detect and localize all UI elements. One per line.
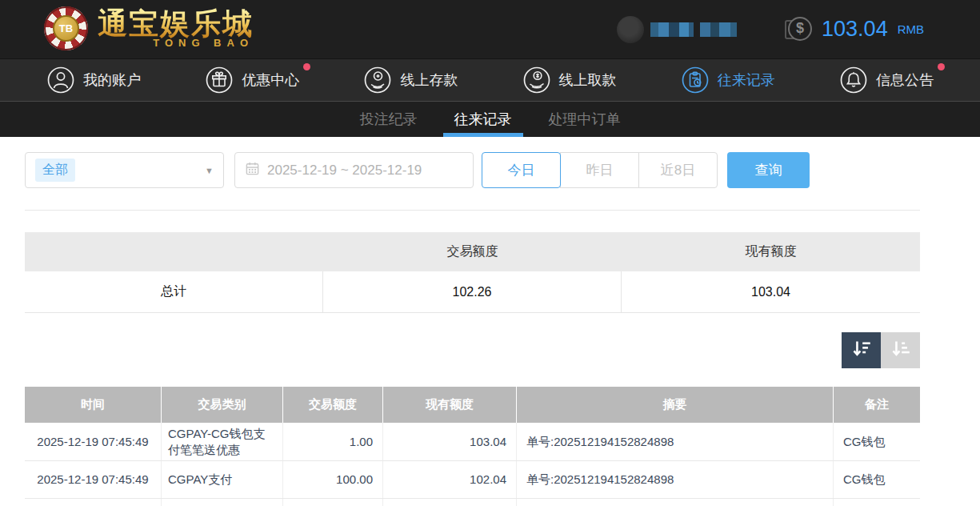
cell-type: CGPAY支付 [162, 461, 283, 498]
cell-time: 2025-12-19 07:45:49 [25, 461, 162, 498]
sub-nav: 投注纪录 往来记录 处理中订单 [0, 101, 980, 137]
bell-icon [839, 66, 868, 94]
summary-header-balance: 现有额度 [622, 243, 920, 260]
nav-label: 线上取款 [559, 70, 617, 90]
site-logo[interactable]: TB 通宝娱乐城 TONG BAO [44, 6, 254, 50]
cell-type: CGPAY-CG钱包支付笔笔送优惠 [162, 423, 283, 460]
table-row-partial [25, 499, 920, 506]
balance-area[interactable]: $ 103.04 RMB [785, 15, 924, 44]
tab-label: 投注纪录 [360, 110, 418, 129]
avatar [617, 16, 644, 43]
cell-note: CG钱包 [834, 423, 920, 460]
cell-summary: 单号:202512194152824898 [517, 423, 834, 460]
header-type: 交易类别 [162, 387, 283, 423]
filter-row: 全部 ▼ 2025-12-19 ~ 2025-12-19 [25, 152, 980, 188]
poker-chip-icon: TB [44, 6, 88, 50]
records-icon [681, 66, 710, 94]
nav-label: 往来记录 [718, 70, 775, 90]
summary-total-label: 总计 [25, 271, 323, 312]
nav-item-promotions[interactable]: 优惠中心 [205, 66, 299, 94]
nav-item-announcements[interactable]: 信息公告 [839, 66, 934, 94]
table-row: 2025-12-19 07:45:49 CGPAY-CG钱包支付笔笔送优惠 1.… [25, 423, 920, 461]
records-header-row: 时间 交易类别 交易额度 现有额度 摘要 备注 [25, 387, 920, 423]
cell-summary: 单号:202512194152824898 [517, 461, 834, 498]
sort-controls [25, 332, 920, 368]
nav-label: 我的账户 [83, 70, 141, 90]
nav-item-my-account[interactable]: 我的账户 [46, 66, 141, 94]
type-select-dropdown[interactable]: 全部 ▼ [25, 152, 224, 188]
balance-amount: 103.04 [822, 17, 888, 42]
summary-total-row: 总计 102.26 103.04 [25, 271, 920, 313]
dollar-icon: $ [785, 15, 814, 44]
summary-header-row: 交易额度 现有额度 [25, 232, 920, 271]
quick-date-buttons: 今日 昨日 近8日 [482, 152, 718, 188]
nav-item-transaction-records[interactable]: 往来记录 [681, 66, 775, 94]
top-header: TB 通宝娱乐城 TONG BAO $ 103.04 RMB [0, 0, 980, 58]
summary-current-balance: 103.04 [622, 271, 920, 312]
records-table: 时间 交易类别 交易额度 现有额度 摘要 备注 2025-12-19 07:45… [25, 387, 920, 506]
content: 全部 ▼ 2025-12-19 ~ 2025-12-19 [0, 152, 980, 506]
nav-item-deposit[interactable]: 线上存款 [363, 66, 458, 94]
header-note: 备注 [834, 387, 920, 423]
sort-descending-button[interactable] [842, 332, 881, 368]
tab-betting-records[interactable]: 投注纪录 [355, 102, 422, 137]
header-right: $ 103.04 RMB [617, 0, 980, 58]
tab-label: 往来记录 [454, 110, 512, 129]
table-row: 2025-12-19 07:45:49 CGPAY支付 100.00 102.0… [25, 461, 920, 499]
deposit-icon [363, 66, 392, 94]
user-area[interactable] [617, 16, 737, 43]
divider [25, 210, 920, 211]
notification-dot [938, 63, 945, 70]
yesterday-button[interactable]: 昨日 [560, 152, 639, 188]
cell-amount: 100.00 [283, 461, 383, 498]
sort-ascending-button[interactable] [881, 332, 920, 368]
cell-balance: 102.04 [383, 461, 517, 498]
nav-item-withdraw[interactable]: 线上取款 [522, 66, 617, 94]
header-amount: 交易额度 [283, 387, 383, 423]
sort-asc-icon [890, 338, 911, 363]
cell-note: CG钱包 [834, 461, 920, 498]
notification-dot [303, 63, 310, 70]
date-range-value: 2025-12-19 ~ 2025-12-19 [267, 163, 422, 179]
cell-balance: 103.04 [383, 423, 517, 460]
logo-subtitle: TONG BAO [153, 37, 254, 49]
user-icon [46, 66, 75, 94]
chip-monogram: TB [53, 15, 79, 42]
username-censored [650, 22, 737, 37]
cell-time: 2025-12-19 07:45:49 [25, 423, 162, 460]
summary-header-transaction: 交易额度 [323, 243, 622, 260]
last-8-days-button[interactable]: 近8日 [638, 152, 718, 188]
nav-label: 信息公告 [876, 70, 934, 90]
selected-type-chip: 全部 [35, 159, 75, 182]
dropdown-arrow-icon: ▼ [205, 166, 214, 175]
logo-title: 通宝娱乐城 [98, 8, 254, 39]
sort-desc-icon [850, 338, 872, 363]
gift-icon [205, 66, 234, 94]
today-button[interactable]: 今日 [482, 152, 561, 188]
header-summary: 摘要 [517, 387, 834, 423]
search-button[interactable]: 查询 [727, 152, 810, 188]
nav-label: 线上存款 [400, 70, 458, 90]
tab-label: 处理中订单 [549, 110, 621, 129]
tab-transaction-records[interactable]: 往来记录 [450, 102, 517, 137]
cell-amount: 1.00 [283, 423, 383, 460]
active-tab-underline [443, 133, 523, 137]
summary-table: 交易额度 现有额度 总计 102.26 103.04 [25, 232, 920, 313]
date-range-input[interactable]: 2025-12-19 ~ 2025-12-19 [234, 152, 474, 188]
balance-currency: RMB [898, 22, 924, 36]
header-balance: 现有额度 [383, 387, 517, 423]
main-nav: 我的账户 优惠中心 线上存款 [0, 58, 980, 101]
tab-processing-orders[interactable]: 处理中订单 [544, 102, 626, 137]
nav-label: 优惠中心 [242, 70, 299, 90]
withdraw-icon [522, 66, 551, 94]
summary-transaction-amount: 102.26 [323, 271, 622, 312]
calendar-icon [245, 161, 260, 179]
header-time: 时间 [25, 387, 162, 423]
logo-text: 通宝娱乐城 TONG BAO [98, 8, 254, 50]
